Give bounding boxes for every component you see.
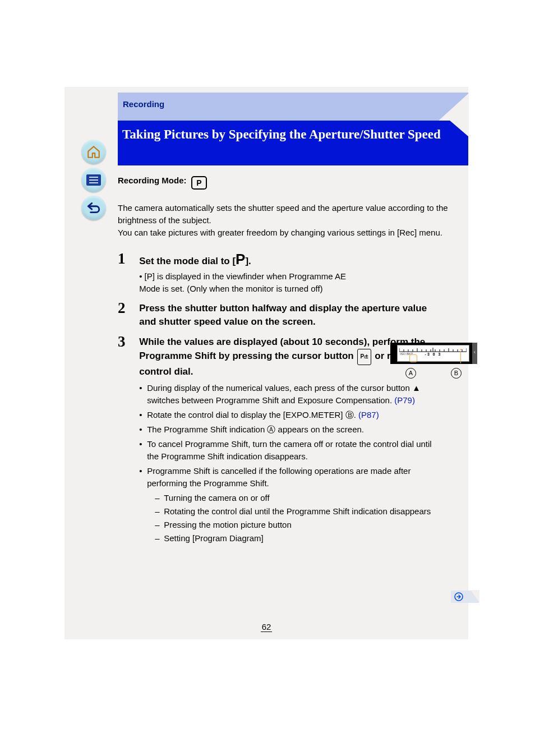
section-label: Recording xyxy=(123,99,164,109)
step-1: 1 Set the mode dial to [P]. • [P] is dis… xyxy=(118,252,463,295)
step-2: 2 Press the shutter button halfway and d… xyxy=(118,302,463,329)
figure-side-tab: ‹ xyxy=(472,343,477,364)
next-arrow-icon xyxy=(454,592,463,601)
mode-p-icon: P xyxy=(191,176,207,190)
recording-mode-label: Recording Mode: xyxy=(118,176,187,185)
callout-a: A xyxy=(405,368,416,379)
bullet-4: To cancel Programme Shift, turn the came… xyxy=(139,438,442,463)
figure-highlight-a xyxy=(409,354,417,362)
intro-paragraph: The camera automatically sets the shutte… xyxy=(118,202,463,239)
side-nav xyxy=(81,140,109,224)
callout-b: B xyxy=(451,368,462,379)
home-button[interactable] xyxy=(81,140,106,164)
strip-corner xyxy=(438,93,469,121)
bullet-2: Rotate the control dial to display the [… xyxy=(139,409,442,421)
page-title: Taking Pictures by Specifying the Apertu… xyxy=(122,126,457,143)
figure-panel: -3 0 3 ISO BKT xyxy=(397,345,469,362)
back-icon xyxy=(86,201,101,215)
contents-button[interactable] xyxy=(81,168,106,192)
content-area: Recording Mode: P The camera automatical… xyxy=(118,171,463,639)
bullet-1: During display of the numerical values, … xyxy=(139,382,442,407)
ev-shift-icon: P/± xyxy=(357,349,371,365)
step1-letter: P xyxy=(236,251,245,268)
expo-meter-figure: -3 0 3 ISO BKT ‹ xyxy=(390,343,477,364)
step1-sub: • [P] is displayed in the viewfinder whe… xyxy=(139,270,347,295)
xref-p87[interactable]: (P87) xyxy=(358,410,379,420)
bullet-5: Programme Shift is cancelled if the foll… xyxy=(139,465,442,545)
bullet-5-dashes: Turning the camera on or off Rotating th… xyxy=(155,492,442,545)
section-strip xyxy=(118,93,468,121)
step1-head-a: Set the mode dial to [ xyxy=(139,256,236,266)
figure-highlight-b-line xyxy=(460,351,461,363)
next-page-button[interactable] xyxy=(451,591,479,603)
step2-head: Press the shutter button halfway and dis… xyxy=(139,303,427,327)
back-button[interactable] xyxy=(81,196,106,220)
step3-bullets: During display of the numerical values, … xyxy=(139,382,442,545)
page-number: 62 xyxy=(64,622,468,631)
title-band: Taking Pictures by Specifying the Apertu… xyxy=(118,121,468,165)
bullet-3: The Programme Shift indication Ⓐ appears… xyxy=(139,423,442,436)
step1-head-b: ]. xyxy=(245,256,251,266)
contents-icon xyxy=(86,174,102,186)
recording-mode-line: Recording Mode: P xyxy=(118,174,463,190)
figure-highlight-b-dot xyxy=(460,349,462,350)
manual-page: Recording Taking Pictures by Specifying … xyxy=(64,87,468,639)
xref-p79[interactable]: (P79) xyxy=(394,395,415,405)
home-icon xyxy=(86,145,101,159)
